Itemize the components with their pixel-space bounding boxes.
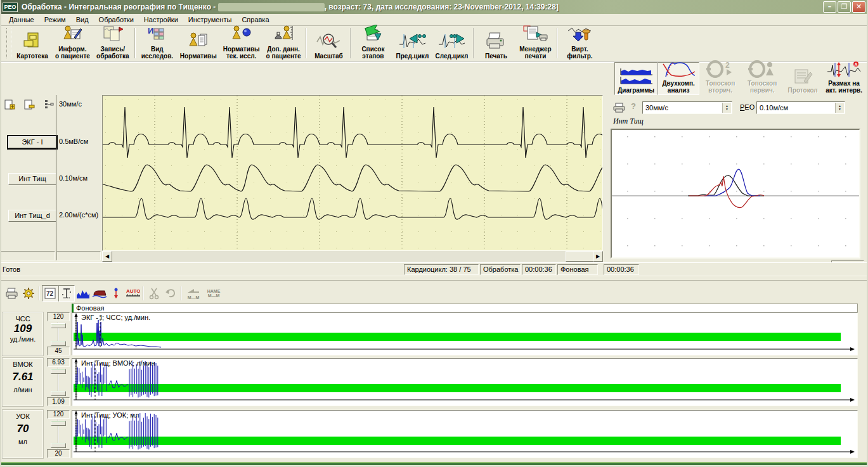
trends-toolbar: 72 AUTO М—М НАМЕМ—М [4,283,224,304]
trends-print-button[interactable] [4,285,20,302]
channel-list-icon[interactable] [43,99,55,112]
virtual-filter-button[interactable]: Вирт. фильтр. [560,25,599,61]
toposcope-primary-icon [744,60,780,79]
trend-chart-bmok[interactable]: Инт Тищ; ВМОК; л/мин [72,358,858,406]
trend-chart-hr[interactable]: ЭКГ - I; ЧСС; уд./мин. [72,312,858,355]
range-min: 1.09 [47,397,70,406]
set-marker-button[interactable] [108,285,124,302]
help-icon[interactable]: ? [631,101,636,111]
cycle-chart[interactable] [611,129,860,259]
protocol-icon [790,67,815,86]
panel-divider [604,95,609,276]
range-max: 6.93 [47,358,70,367]
card-file-icon [22,32,43,52]
grid-72-button[interactable]: 72 [42,285,58,302]
sweep-spinner[interactable]: 30мм/с ▲▼ [642,101,732,114]
print-icon [484,32,507,52]
protocol-button: Протокол [783,62,822,95]
slider-thumb-upper[interactable] [51,421,66,426]
record-process-button[interactable]: Запись/ обработка [93,25,133,61]
range-min: 20 [47,449,70,458]
trend-plot [72,313,856,354]
remove-page-icon[interactable] [23,99,35,112]
trend-chart-label: Инт Тищ; ВМОК; л/мин [81,359,155,367]
slider-thumb-lower[interactable] [51,341,66,346]
maximize-button[interactable]: ❐ [838,1,851,13]
stage-list-button[interactable]: Список этапов [353,25,392,61]
param-value: 70 [3,423,42,435]
param-panel-uok: УОК 70 мл [3,410,43,458]
minimize-button[interactable]: – [823,1,836,13]
study-view-button[interactable]: И Вид исследов. [138,25,177,61]
virtual-filter-icon [567,25,592,45]
waveform-hscrollbar[interactable]: ◀ ▶ [102,251,603,262]
trend-chart-uok[interactable]: Инт Тищ; УОК; мл [72,410,858,458]
status-cardiocycle: Кардиоцикл: 38 / 75 [404,264,479,275]
toolbar-separator [350,28,351,58]
slider-thumb-lower[interactable] [51,391,66,396]
caliper-button[interactable] [58,285,75,302]
diagrams-icon [618,67,654,86]
scroll-left-icon[interactable]: ◀ [102,251,112,262]
menu-instrumenty[interactable]: Инструменты [183,15,237,25]
study-view-icon: И [146,25,168,45]
cycle-traces [612,130,859,257]
diagrams-button[interactable]: Диаграммы [614,62,657,95]
waveform-chart[interactable] [102,95,603,251]
norms-button[interactable]: Нормативы [177,25,220,61]
menu-nastroyki[interactable]: Настройки [139,15,183,25]
spinner-arrows-icon[interactable]: ▲▼ [835,103,844,113]
param-value: 7.61 [3,371,42,383]
range-slider-uok: 120 20 [46,410,71,458]
close-button[interactable]: ✕ [852,1,865,13]
extra-patient-data-button[interactable]: Доп. данн. о пациенте [263,25,304,61]
channel-button-ecg[interactable]: ЭКГ - I [8,136,56,148]
scroll-right-icon[interactable]: ▶ [593,251,603,262]
menu-vid[interactable]: Вид [71,15,94,25]
prev-cycle-button[interactable]: Пред.цикл [392,25,432,61]
menu-dannye[interactable]: Данные [4,15,39,25]
spinner-arrows-icon[interactable]: ▲▼ [722,103,731,113]
param-name: УОК [3,413,42,420]
toposcope-secondary-icon: 2 [703,60,738,79]
sweep-speed-label: 30мм/с [59,100,82,108]
slider-thumb-upper[interactable] [51,323,66,328]
toolbar-separator [181,286,182,300]
channel-button-int-tishch[interactable]: Инт Тищ [8,173,56,185]
two-component-analysis-button[interactable]: Двухкомп. анализ [657,62,699,95]
reo-deriv-scale-label: 2.00м/(с*см) [59,211,98,219]
menu-spravka[interactable]: Справка [236,15,274,25]
add-page-icon[interactable] [4,99,15,112]
reo-scale-spinner[interactable]: 0.10м/см ▲▼ [756,101,845,114]
param-panel-bmok: ВМОК 7.61 л/мин [3,358,43,406]
range-slider-bmok: 6.93 1.09 [46,358,71,406]
waveform-traces [103,96,602,250]
range-active-interval-button[interactable]: A Размах на акт. интерв. [822,62,865,95]
channel-button-int-tishch-d[interactable]: Инт Тищ_d [8,210,56,222]
param-value: 109 [3,323,42,335]
print-button[interactable]: Печать [476,25,515,61]
slider-thumb-lower[interactable] [51,443,66,448]
horizontal-divider [0,276,868,281]
scale-button[interactable]: Масштаб [309,25,348,61]
menu-obrabotki[interactable]: Обработки [94,15,139,25]
menu-rezhim[interactable]: Режим [39,15,71,25]
stage-header: Фоновая [72,304,858,313]
patient-info-button[interactable]: Информ. о пациенте [52,25,93,61]
auto-scale-button[interactable]: AUTO [124,285,141,302]
panel-print-icon[interactable] [613,103,626,114]
print-manager-button[interactable]: Менеджер печати [515,25,555,61]
param-unit: мл [3,438,42,445]
card-file-button[interactable]: Картотека [13,25,52,61]
trend-plot [72,411,856,456]
slider-thumb-upper[interactable] [51,369,66,374]
toolbar-separator [39,286,40,300]
smoothing-button[interactable] [91,285,108,302]
range-slider-hr: 120 45 [46,312,71,355]
next-cycle-button[interactable]: След.цикл [432,25,471,61]
param-name: ЧСС [3,315,42,323]
norms-current-button[interactable]: Нормативы тек. иссл. [220,25,263,61]
trends-settings-button[interactable] [20,285,37,302]
panel-footer-box [56,251,101,260]
histogram-button[interactable] [75,285,91,302]
